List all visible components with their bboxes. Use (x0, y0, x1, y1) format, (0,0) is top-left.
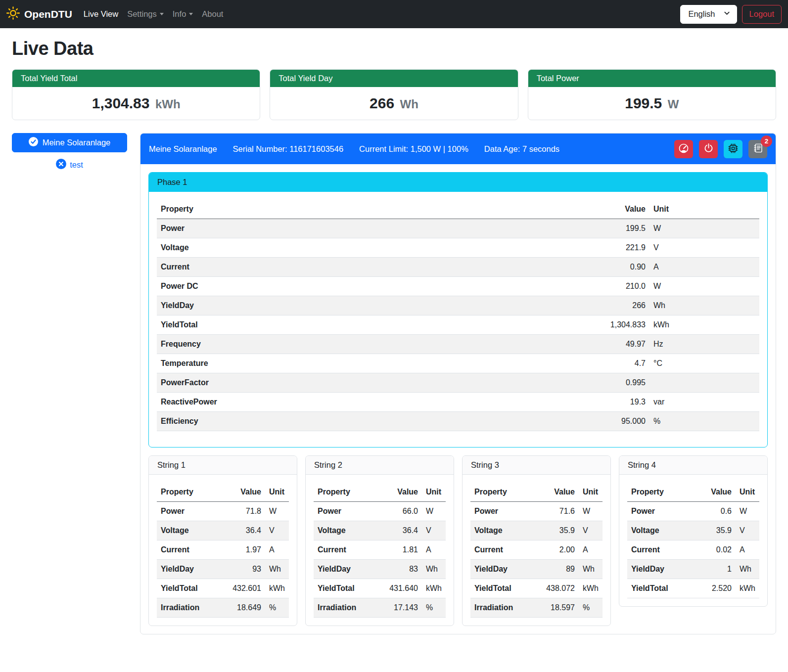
column-header-property: Property (314, 483, 377, 502)
property-cell: YieldDay (157, 296, 452, 315)
unit-cell: kWh (736, 579, 759, 598)
value-cell: 71.6 (534, 502, 579, 521)
unit-cell: % (579, 598, 603, 618)
inverter-selected-button[interactable]: Meine Solaranlage (12, 133, 127, 152)
unit-cell (649, 373, 759, 393)
device-info-button[interactable] (724, 140, 742, 158)
nav-item-settings[interactable]: Settings (123, 5, 168, 23)
inverter-card: Meine Solaranlage Serial Number: 1161716… (140, 133, 776, 634)
speedometer-icon (678, 143, 689, 155)
unit-cell: W (736, 502, 759, 521)
brand[interactable]: OpenDTU (6, 6, 72, 22)
table-row: Current0.02A (627, 540, 759, 560)
table-row: Power199.5W (157, 219, 759, 238)
unit-cell: A (422, 540, 446, 560)
property-cell: YieldDay (627, 560, 691, 579)
value-cell: 83 (377, 560, 422, 579)
inverter-item-test[interactable]: test (12, 159, 127, 171)
value-cell: 49.97 (452, 335, 649, 354)
value-cell: 93 (221, 560, 265, 579)
column-header-property: Property (157, 483, 221, 502)
summary-row: Total Yield Total 1,304.83 kWh Total Yie… (12, 69, 776, 120)
property-cell: YieldTotal (157, 579, 221, 598)
value-cell: 4.7 (452, 354, 649, 373)
value-cell: 36.4 (377, 521, 422, 540)
value-cell: 0.6 (691, 502, 736, 521)
total-power-card: Total Power 199.5 W (528, 69, 776, 120)
table-row: Current1.97A (157, 540, 289, 560)
inverter-data-age: Data Age: 7 seconds (484, 144, 559, 154)
value-cell: 1 (691, 560, 736, 579)
column-header-unit: Unit (422, 483, 446, 502)
table-row: Irradiation18.597% (470, 598, 603, 618)
value-cell: 199.5 (452, 219, 649, 238)
property-cell: Power (157, 502, 221, 521)
value-cell: 66.0 (377, 502, 422, 521)
unit-cell: W (649, 277, 759, 296)
unit-cell: kWh (579, 579, 603, 598)
table-row: Frequency49.97Hz (157, 335, 759, 354)
language-select[interactable]: English (680, 5, 737, 24)
table-row: Power71.8W (157, 502, 289, 521)
value-cell: 18.597 (534, 598, 579, 618)
value-cell: 36.4 (221, 521, 265, 540)
table-row: YieldTotal432.601kWh (157, 579, 289, 598)
unit-cell: Wh (265, 560, 289, 579)
table-row: Voltage221.9V (157, 238, 759, 258)
property-cell: Irradiation (470, 598, 534, 618)
nav-item-info[interactable]: Info (168, 5, 198, 23)
unit-cell: W (422, 502, 446, 521)
value-cell: 0.90 (452, 258, 649, 277)
unit-cell: V (736, 521, 759, 540)
string-3-table: Property Value Unit Power71.6WVoltage35.… (470, 483, 603, 618)
unit-cell: Wh (422, 560, 446, 579)
phase-1-card: Phase 1 Property Value Unit (148, 172, 768, 448)
value-cell: 221.9 (452, 238, 649, 258)
string-2-card: String 2 Property Value Unit (305, 455, 454, 626)
logout-button[interactable]: Logout (742, 5, 782, 24)
unit-cell: V (649, 238, 759, 258)
unit-cell: W (579, 502, 603, 521)
table-row: Power DC210.0W (157, 277, 759, 296)
value-cell: 35.9 (691, 521, 736, 540)
value-cell: 266 (452, 296, 649, 315)
card-value: 266 (370, 95, 394, 111)
unit-cell: kWh (649, 315, 759, 335)
table-row: Current1.81A (314, 540, 446, 560)
table-row: YieldDay266Wh (157, 296, 759, 315)
property-cell: Voltage (157, 238, 452, 258)
property-cell: Irradiation (314, 598, 377, 618)
table-row: Temperature4.7°C (157, 354, 759, 373)
property-cell: YieldTotal (470, 579, 534, 598)
unit-cell: % (422, 598, 446, 618)
inverter-sidebar: Meine Solaranlage test (12, 133, 127, 171)
inverter-name: Meine Solaranlage (149, 144, 217, 154)
limit-settings-button[interactable] (674, 140, 693, 158)
event-log-button[interactable]: 2 (748, 140, 767, 158)
property-cell: YieldTotal (314, 579, 377, 598)
card-title: Total Power (528, 70, 776, 87)
total-yield-day-card: Total Yield Day 266 Wh (270, 69, 518, 120)
string-1-table: Property Value Unit Power71.8WVoltage36.… (157, 483, 289, 618)
x-circle-icon (56, 159, 66, 171)
value-cell: 432.601 (221, 579, 265, 598)
unit-cell: Wh (579, 560, 603, 579)
property-cell: Current (627, 540, 691, 560)
property-cell: YieldTotal (157, 315, 452, 335)
column-header-unit: Unit (579, 483, 603, 502)
string-3-card: String 3 Property Value Unit (462, 455, 611, 626)
unit-cell: Wh (649, 296, 759, 315)
property-cell: Current (157, 258, 452, 277)
column-header-unit: Unit (649, 200, 759, 219)
property-cell: Power (314, 502, 377, 521)
nav-item-live-view[interactable]: Live View (79, 5, 123, 23)
table-row: Irradiation18.649% (157, 598, 289, 618)
unit-cell: A (265, 540, 289, 560)
navbar: OpenDTU Live View Settings Info About En… (0, 0, 788, 28)
sun-icon (6, 6, 20, 22)
nav-right: English Logout (680, 5, 782, 24)
card-title: Total Yield Total (12, 70, 260, 87)
power-button[interactable] (699, 140, 718, 158)
value-cell: 0.02 (691, 540, 736, 560)
nav-item-about[interactable]: About (197, 5, 228, 23)
